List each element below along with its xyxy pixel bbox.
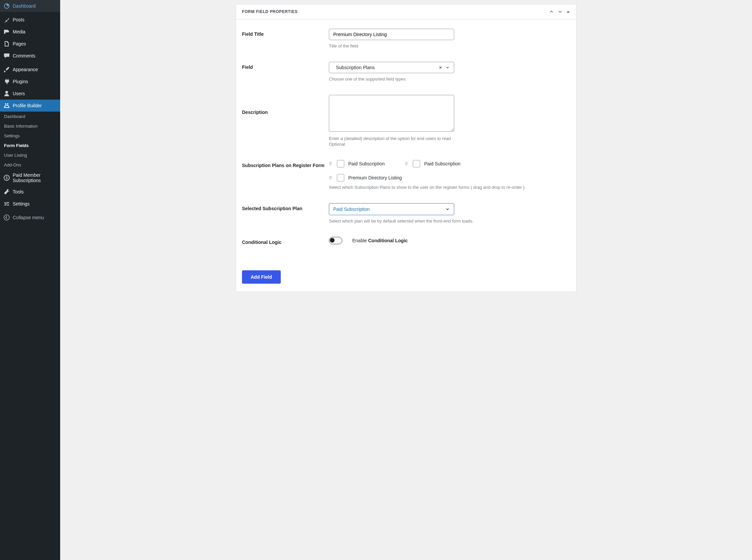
- plan-checkbox-0[interactable]: [337, 160, 344, 167]
- drag-handle-icon[interactable]: ⠿: [329, 162, 333, 166]
- field-title-helper: Title of the field: [329, 43, 570, 48]
- submenu-user-listing[interactable]: User Listing: [0, 151, 60, 160]
- plan-checkbox-2[interactable]: [337, 174, 344, 181]
- submenu-form-fields[interactable]: Form Fields: [0, 141, 60, 151]
- plans-list: ⠿ Paid Subscription ⠿ Paid Subscription …: [329, 160, 570, 181]
- field-type-helper: Choose one of the supported field types: [329, 77, 570, 82]
- clear-selection-icon[interactable]: ×: [439, 65, 442, 70]
- plans-row: Subscription Plans on Register Form ⠿ Pa…: [242, 160, 570, 190]
- sidebar-item-tools[interactable]: Tools: [0, 186, 60, 198]
- svg-point-1: [7, 103, 8, 105]
- nav-label: Tools: [13, 189, 24, 195]
- selected-plan-row: Selected Subscription Plan Paid Subscrip…: [242, 203, 570, 223]
- field-title-row: Field Title Title of the field: [242, 29, 570, 48]
- description-helper-2: Optional: [329, 142, 570, 147]
- plan-item-2[interactable]: ⠿ Premium Directory Listing: [329, 174, 570, 181]
- svg-text:$: $: [6, 176, 8, 180]
- admin-sidebar: Dashboard Posts Media Pages Comments App…: [0, 0, 60, 560]
- nav-label: Plugins: [13, 79, 28, 84]
- user-icon: [3, 90, 10, 97]
- caret-up-icon[interactable]: [566, 10, 570, 14]
- sidebar-item-appearance[interactable]: Appearance: [0, 63, 60, 76]
- selected-plan-value: Paid Subscription: [333, 206, 370, 212]
- toggle-knob: [330, 238, 335, 243]
- panel-title: FORM FIELD PROPERTIES: [242, 9, 298, 14]
- field-title-input[interactable]: [329, 29, 454, 40]
- profile-builder-icon: [3, 102, 10, 109]
- chevron-down-icon: [445, 207, 450, 212]
- comment-icon: [3, 53, 10, 59]
- panel-body: Field Title Title of the field Field Sub…: [236, 19, 576, 292]
- sidebar-item-paid-member-subscriptions[interactable]: $ Paid Member Subscriptions: [0, 170, 60, 186]
- sidebar-item-pages[interactable]: Pages: [0, 38, 60, 50]
- sidebar-item-plugins[interactable]: Plugins: [0, 76, 60, 87]
- plan-item-1[interactable]: ⠿ Paid Subscription: [405, 160, 460, 167]
- nav-label: Posts: [13, 17, 24, 22]
- sidebar-item-media[interactable]: Media: [0, 26, 60, 38]
- add-field-button[interactable]: Add Field: [242, 270, 281, 284]
- profile-builder-submenu: Dashboard Basic Information Settings For…: [0, 112, 60, 170]
- nav-label: Profile Builder: [13, 103, 42, 108]
- submenu-dashboard[interactable]: Dashboard: [0, 112, 60, 121]
- svg-point-4: [4, 215, 9, 220]
- brush-icon: [3, 66, 10, 73]
- selected-plan-select[interactable]: Paid Subscription: [329, 203, 454, 215]
- pin-icon: [3, 16, 10, 23]
- nav-label: Media: [13, 29, 25, 35]
- description-row: Description Enter a (detailed) descripti…: [242, 95, 570, 147]
- nav-label: Appearance: [13, 67, 38, 72]
- conditional-logic-toggle-label: Enable Conditional Logic: [352, 238, 408, 243]
- nav-label: Pages: [13, 41, 26, 46]
- selected-plan-label: Selected Subscription Plan: [242, 203, 329, 211]
- form-field-properties-panel: FORM FIELD PROPERTIES Field Title Title …: [236, 4, 576, 292]
- selected-plan-helper: Select which plan will be by default sel…: [329, 219, 570, 223]
- panel-header-controls: [549, 9, 570, 14]
- sidebar-item-comments[interactable]: Comments: [0, 50, 60, 62]
- media-icon: [3, 28, 10, 35]
- plans-helper: Select which Subscription Plans to show …: [329, 185, 570, 190]
- field-type-select[interactable]: Subscription Plans ×: [329, 62, 454, 73]
- sidebar-item-dashboard[interactable]: Dashboard: [0, 0, 60, 12]
- submenu-basic-information[interactable]: Basic Information: [0, 121, 60, 131]
- plan-item-0[interactable]: ⠿ Paid Subscription: [329, 160, 385, 167]
- move-up-icon[interactable]: [549, 9, 554, 14]
- conditional-logic-toggle[interactable]: [329, 237, 342, 244]
- sidebar-collapse-menu[interactable]: Collapse menu: [0, 212, 60, 223]
- field-title-label: Field Title: [242, 29, 329, 37]
- drag-handle-icon[interactable]: ⠿: [329, 176, 333, 180]
- nav-label: Users: [13, 91, 25, 96]
- toggle-panel-icon[interactable]: [557, 9, 563, 14]
- pages-icon: [3, 40, 10, 47]
- drag-handle-icon[interactable]: ⠿: [405, 162, 409, 166]
- submenu-add-ons[interactable]: Add-Ons: [0, 160, 60, 170]
- description-helper-1: Enter a (detailed) description of the op…: [329, 136, 570, 141]
- plan-label-0: Paid Subscription: [348, 161, 385, 166]
- conditional-logic-row: Conditional Logic Enable Conditional Log…: [242, 237, 570, 245]
- nav-label: Comments: [13, 53, 35, 58]
- submenu-settings[interactable]: Settings: [0, 131, 60, 141]
- svg-point-0: [5, 103, 6, 105]
- sidebar-item-settings[interactable]: Settings: [0, 198, 60, 210]
- plan-label-2: Premium Directory Listing: [348, 175, 402, 180]
- panel-header: FORM FIELD PROPERTIES: [236, 4, 576, 19]
- dashboard-icon: [3, 3, 10, 9]
- field-type-value: Subscription Plans: [333, 65, 439, 70]
- plug-icon: [3, 78, 10, 85]
- sidebar-item-users[interactable]: Users: [0, 87, 60, 100]
- sidebar-item-profile-builder[interactable]: Profile Builder: [0, 100, 60, 112]
- plans-label: Subscription Plans on Register Form: [242, 160, 329, 168]
- main-content: FORM FIELD PROPERTIES Field Title Title …: [60, 0, 752, 560]
- description-label: Description: [242, 95, 329, 115]
- chevron-down-icon[interactable]: [445, 65, 450, 70]
- dollar-icon: $: [3, 175, 10, 181]
- sidebar-item-posts[interactable]: Posts: [0, 14, 60, 26]
- collapse-icon: [3, 214, 10, 221]
- sliders-icon: [3, 200, 10, 207]
- nav-label: Collapse menu: [13, 215, 44, 220]
- plan-checkbox-1[interactable]: [413, 160, 420, 167]
- conditional-logic-label: Conditional Logic: [242, 237, 329, 245]
- nav-label: Dashboard: [13, 3, 36, 9]
- nav-label: Settings: [13, 201, 30, 206]
- field-type-row: Field Subscription Plans × Choose one of…: [242, 62, 570, 82]
- description-textarea[interactable]: [329, 95, 454, 132]
